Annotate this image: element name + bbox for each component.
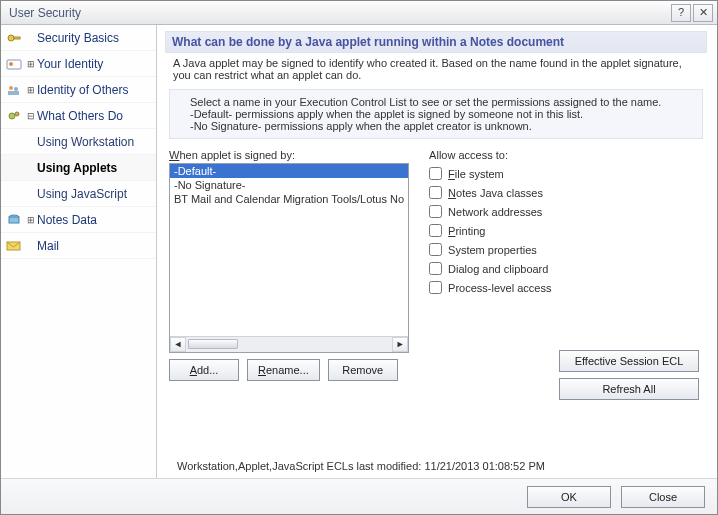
last-modified-status: Workstation,Applet,JavaScript ECLs last … <box>165 456 707 474</box>
signer-list-label: When applet is signed by: <box>169 149 409 161</box>
horizontal-scrollbar[interactable]: ◄ ► <box>170 336 408 352</box>
id-card-icon <box>5 56 23 72</box>
sidebar-item-notes-data[interactable]: ⊞ Notes Data <box>1 207 156 233</box>
svg-point-3 <box>9 62 13 66</box>
collapse-icon[interactable]: ⊟ <box>25 111 37 121</box>
expand-icon[interactable]: ⊞ <box>25 59 37 69</box>
list-item[interactable]: -Default- <box>170 164 408 178</box>
sidebar-item-security-basics[interactable]: Security Basics <box>1 25 156 51</box>
signer-list[interactable]: -Default- -No Signature- BT Mail and Cal… <box>169 163 409 353</box>
scroll-thumb[interactable] <box>188 339 238 349</box>
gears-icon <box>5 108 23 124</box>
list-item[interactable]: -No Signature- <box>170 178 408 192</box>
scroll-left-icon[interactable]: ◄ <box>170 337 186 352</box>
close-window-button[interactable]: ✕ <box>693 4 713 22</box>
svg-point-5 <box>14 87 18 91</box>
ok-button[interactable]: OK <box>527 486 611 508</box>
effective-session-ecl-button[interactable]: Effective Session ECL <box>559 350 699 372</box>
perm-system-props[interactable]: System properties <box>429 240 703 259</box>
perm-dialog-clipboard[interactable]: Dialog and clipboard <box>429 259 703 278</box>
close-button[interactable]: Close <box>621 486 705 508</box>
sidebar-item-using-javascript[interactable]: Using JavaScript <box>1 181 156 207</box>
rename-button[interactable]: Rename... <box>247 359 320 381</box>
title-bar: User Security ? ✕ <box>1 1 717 25</box>
perm-network[interactable]: Network addresses <box>429 202 703 221</box>
perm-file-system[interactable]: File system <box>429 164 703 183</box>
info-box: Select a name in your Execution Control … <box>169 89 703 139</box>
sidebar-item-identity-of-others[interactable]: ⊞ Identity of Others <box>1 77 156 103</box>
remove-button[interactable]: Remove <box>328 359 398 381</box>
section-heading: What can be done by a Java applet runnin… <box>165 31 707 53</box>
svg-rect-10 <box>9 217 19 223</box>
help-button[interactable]: ? <box>671 4 691 22</box>
sidebar-item-using-applets[interactable]: Using Applets <box>1 155 156 181</box>
sidebar-item-your-identity[interactable]: ⊞ Your Identity <box>1 51 156 77</box>
sidebar: Security Basics ⊞ Your Identity ⊞ Identi… <box>1 25 157 478</box>
key-icon <box>5 30 23 46</box>
svg-point-4 <box>9 86 13 90</box>
add-button[interactable]: Add... <box>169 359 239 381</box>
list-item[interactable]: BT Mail and Calendar Migration Tools/Lot… <box>170 192 408 206</box>
svg-point-8 <box>15 112 19 116</box>
svg-point-0 <box>8 35 14 41</box>
database-icon <box>5 212 23 228</box>
expand-icon[interactable]: ⊞ <box>25 85 37 95</box>
sidebar-item-what-others-do[interactable]: ⊟ What Others Do <box>1 103 156 129</box>
people-icon <box>5 82 23 98</box>
mail-icon <box>5 238 23 254</box>
perm-printing[interactable]: Printing <box>429 221 703 240</box>
window-title: User Security <box>9 6 81 20</box>
perm-process-level[interactable]: Process-level access <box>429 278 703 297</box>
allow-access-label: Allow access to: <box>429 149 703 161</box>
perm-notes-java[interactable]: Notes Java classes <box>429 183 703 202</box>
refresh-all-button[interactable]: Refresh All <box>559 378 699 400</box>
sidebar-item-using-workstation[interactable]: Using Workstation <box>1 129 156 155</box>
svg-rect-1 <box>14 37 20 39</box>
svg-point-7 <box>9 113 15 119</box>
sidebar-item-mail[interactable]: Mail <box>1 233 156 259</box>
expand-icon[interactable]: ⊞ <box>25 215 37 225</box>
svg-rect-6 <box>8 91 19 95</box>
dialog-footer: OK Close <box>1 478 717 514</box>
section-description: A Java applet may be signed to identify … <box>165 53 707 89</box>
scroll-right-icon[interactable]: ► <box>392 337 408 352</box>
